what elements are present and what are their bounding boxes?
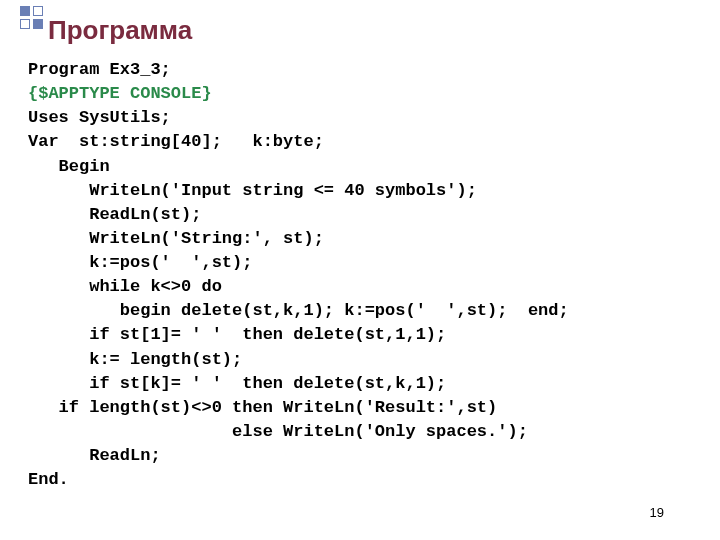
logo-square bbox=[20, 19, 30, 29]
code-line: else WriteLn('Only spaces.'); bbox=[28, 420, 569, 444]
logo-square bbox=[20, 6, 30, 16]
slide-title: Программа bbox=[48, 15, 192, 46]
logo-square bbox=[33, 6, 43, 16]
code-line: WriteLn('Input string <= 40 symbols'); bbox=[28, 179, 569, 203]
code-line: if length(st)<>0 then WriteLn('Result:',… bbox=[28, 396, 569, 420]
code-line: Var st:string[40]; k:byte; bbox=[28, 130, 569, 154]
code-line: ReadLn(st); bbox=[28, 203, 569, 227]
slide-logo bbox=[20, 6, 43, 29]
code-line: Begin bbox=[28, 155, 569, 179]
code-line: if st[1]= ' ' then delete(st,1,1); bbox=[28, 323, 569, 347]
code-line: Program Ex3_3; bbox=[28, 58, 569, 82]
code-line: Uses SysUtils; bbox=[28, 106, 569, 130]
code-line: {$APPTYPE CONSOLE} bbox=[28, 82, 569, 106]
code-line: if st[k]= ' ' then delete(st,k,1); bbox=[28, 372, 569, 396]
code-line: while k<>0 do bbox=[28, 275, 569, 299]
code-listing: Program Ex3_3; {$APPTYPE CONSOLE} Uses S… bbox=[28, 58, 569, 492]
code-line: WriteLn('String:', st); bbox=[28, 227, 569, 251]
code-line: End. bbox=[28, 468, 569, 492]
code-line: begin delete(st,k,1); k:=pos(' ',st); en… bbox=[28, 299, 569, 323]
code-line: k:= length(st); bbox=[28, 348, 569, 372]
logo-square bbox=[33, 19, 43, 29]
code-line: k:=pos(' ',st); bbox=[28, 251, 569, 275]
code-line: ReadLn; bbox=[28, 444, 569, 468]
page-number: 19 bbox=[650, 505, 664, 520]
